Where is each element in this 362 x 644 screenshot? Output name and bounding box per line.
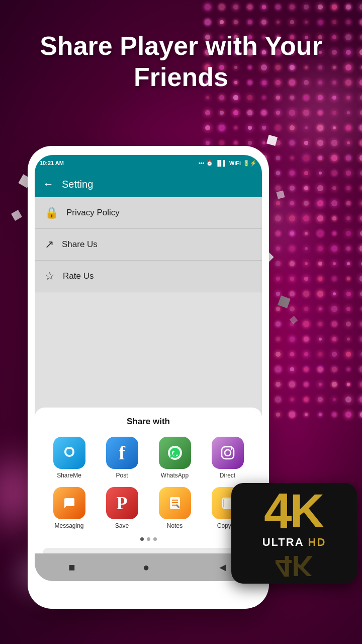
share-app-notes[interactable]: Notes: [159, 487, 191, 529]
share-title: Share with: [43, 417, 254, 427]
share-app-messaging[interactable]: Messaging: [53, 487, 85, 529]
page-title: Share Player with Your Friends: [0, 30, 362, 93]
notes-label: Notes: [167, 522, 183, 529]
messaging-icon: [53, 487, 85, 519]
badge-hd: HD: [308, 536, 326, 549]
badge-k: K: [290, 487, 325, 535]
badge-number-reflection: 4: [275, 551, 292, 581]
status-icons: ••• ⏰ ▐▌▌ WiFi 🔋⚡: [199, 160, 257, 167]
dot-3: [153, 537, 157, 541]
alarm-icon: ⏰: [206, 160, 213, 167]
badge-4k: 4 K ULTRA HD 4 K: [231, 483, 357, 584]
wifi-icon: WiFi: [229, 160, 241, 166]
dot-1: [140, 537, 144, 541]
instagram-label: Direct: [220, 472, 235, 479]
whatsapp-icon: [159, 437, 191, 469]
share-app-pinterest[interactable]: P Save: [106, 487, 138, 529]
shareme-icon: [53, 437, 85, 469]
share-label: Share Us: [62, 239, 98, 250]
badge-number: 4: [264, 486, 290, 536]
status-time: 10:21 AM: [40, 160, 64, 166]
share-apps-row1: ShareMe f Post WhatsApp: [43, 437, 254, 479]
dots-indicator: [43, 537, 254, 541]
messaging-label: Messaging: [54, 522, 83, 529]
nav-triangle-button[interactable]: ◄: [217, 561, 228, 574]
header-title-text: Share Player with Your Friends: [40, 31, 322, 92]
whatsapp-label: WhatsApp: [161, 472, 189, 479]
status-bar: 10:21 AM ••• ⏰ ▐▌▌ WiFi 🔋⚡: [35, 155, 262, 171]
privacy-label: Privacy Policy: [66, 208, 120, 218]
rate-label: Rate Us: [63, 271, 94, 281]
battery-icon: 🔋⚡: [243, 160, 257, 167]
settings-list: 🔒 Privacy Policy ↗ Share Us ☆ Rate Us: [35, 197, 262, 292]
nav-square-button[interactable]: ■: [68, 561, 75, 574]
app-bar-title: Setting: [62, 179, 93, 190]
badge-reflection: 4 K: [275, 551, 313, 581]
rate-icon: ☆: [45, 270, 55, 283]
privacy-icon: 🔒: [45, 206, 58, 219]
shareme-label: ShareMe: [57, 472, 81, 479]
settings-item-privacy[interactable]: 🔒 Privacy Policy: [35, 197, 262, 229]
share-icon: ↗: [45, 238, 54, 251]
nav-bar: ■ ● ◄: [35, 553, 262, 581]
facebook-icon: f: [106, 437, 138, 469]
settings-item-rate[interactable]: ☆ Rate Us: [35, 261, 262, 292]
share-apps-row2: Messaging P Save Notes: [43, 487, 254, 529]
pinterest-label: Save: [115, 522, 129, 529]
share-app-facebook[interactable]: f Post: [106, 437, 138, 479]
phone-screen: 10:21 AM ••• ⏰ ▐▌▌ WiFi 🔋⚡ ← Setting 🔒 P…: [35, 155, 262, 581]
badge-k-reflection: K: [292, 551, 313, 581]
badge-4k-main: 4 K: [264, 486, 324, 536]
badge-ultra: ULTRA: [262, 536, 304, 549]
svg-point-3: [230, 448, 232, 450]
back-button[interactable]: ←: [43, 178, 54, 191]
confetti-2: [11, 210, 22, 221]
badge-subtitle: ULTRA HD: [262, 536, 326, 549]
share-app-instagram[interactable]: Direct: [212, 437, 244, 479]
dots-icon: •••: [199, 160, 205, 166]
share-app-whatsapp[interactable]: WhatsApp: [159, 437, 191, 479]
nav-circle-button[interactable]: ●: [143, 561, 149, 574]
dot-2: [147, 537, 150, 541]
svg-point-2: [225, 450, 231, 456]
pinterest-icon: P: [106, 487, 138, 519]
notes-icon: [159, 487, 191, 519]
facebook-label: Post: [116, 472, 128, 479]
signal-icon: ▐▌▌: [215, 160, 227, 166]
instagram-icon: [212, 437, 244, 469]
app-bar: ← Setting: [35, 171, 262, 197]
settings-item-share[interactable]: ↗ Share Us: [35, 229, 262, 261]
share-app-shareme[interactable]: ShareMe: [53, 437, 85, 479]
